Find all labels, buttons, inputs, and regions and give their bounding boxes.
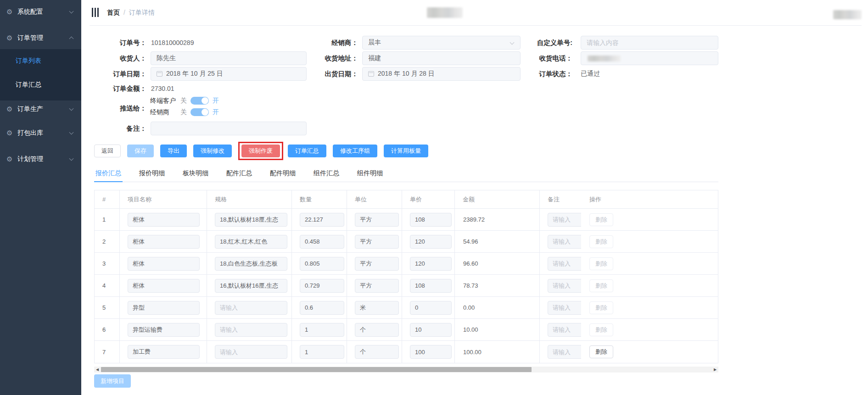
delete-button[interactable]: 删除 (589, 345, 613, 358)
unit-input[interactable] (355, 213, 399, 227)
spec-input[interactable] (215, 213, 287, 227)
item-name-input[interactable] (128, 301, 200, 315)
custom-no-label: 自定义单号: (508, 39, 572, 47)
delete-button[interactable]: 删除 (589, 235, 613, 248)
quantity-input[interactable] (300, 345, 344, 359)
item-name-input[interactable] (128, 257, 200, 271)
tab-3[interactable]: 配件汇总 (225, 165, 253, 182)
spec-input[interactable] (215, 345, 287, 359)
push-row-terminal-customer: 终端客户 关 开 (150, 95, 219, 106)
scroll-right-arrow[interactable]: ▶ (712, 367, 718, 373)
item-name-input[interactable] (128, 323, 200, 337)
custom-no-input[interactable] (581, 36, 718, 50)
dealer-toggle[interactable] (190, 108, 209, 116)
tab-1[interactable]: 报价明细 (138, 165, 166, 182)
horizontal-scrollbar[interactable]: ◀ ▶ (94, 367, 718, 373)
add-item-button[interactable]: 新增项目 (94, 374, 131, 388)
item-name-input[interactable] (128, 213, 200, 227)
cell-spec (207, 209, 292, 230)
cell-qty (292, 275, 347, 296)
cell-unit (347, 297, 402, 318)
header-cell-spec: 规格 (207, 190, 292, 208)
cell-amount: 54.96 (455, 231, 540, 252)
sidebar-item-system-config[interactable]: ⚙ 系统配置 (0, 4, 81, 20)
toolbar-button-0[interactable]: 返回 (94, 145, 121, 157)
tab-0[interactable]: 报价汇总 (94, 165, 123, 182)
toolbar-button-1[interactable]: 保存 (127, 145, 154, 157)
unit-input[interactable] (355, 235, 399, 249)
quantity-input[interactable] (300, 235, 344, 249)
cell-spec (207, 231, 292, 252)
unit-input[interactable] (355, 279, 399, 293)
unit-input[interactable] (355, 323, 399, 337)
toolbar-button-5[interactable]: 订单汇总 (288, 145, 326, 157)
cell-amount: 78.73 (455, 275, 540, 296)
hamburger-menu-icon[interactable] (92, 8, 101, 17)
delete-button[interactable]: 删除 (589, 279, 613, 292)
address-input[interactable] (362, 51, 521, 65)
item-name-input[interactable] (128, 279, 200, 293)
unit-price-input[interactable] (410, 257, 452, 271)
sidebar-item-label: 系统配置 (17, 8, 43, 16)
chevron-down-icon (69, 130, 74, 135)
cell-name (120, 231, 207, 252)
spec-input[interactable] (215, 235, 287, 249)
unit-input[interactable] (355, 301, 399, 315)
redacted-text (833, 10, 862, 19)
toolbar-button-7[interactable]: 计算用板量 (384, 145, 428, 157)
unit-input[interactable] (355, 257, 399, 271)
unit-price-input[interactable] (410, 301, 452, 315)
cell-price (402, 253, 455, 274)
phone-input[interactable] (581, 51, 718, 65)
sidebar-item-packing-outbound[interactable]: ⚙ 打包出库 (0, 125, 81, 141)
receiver-input[interactable] (151, 51, 307, 65)
item-name-input[interactable] (128, 235, 200, 249)
sidebar-item-order-production[interactable]: ⚙ 订单生产 (0, 101, 81, 117)
sidebar-subitem-order-list[interactable]: 订单列表 (0, 49, 81, 73)
delete-button[interactable]: 删除 (589, 323, 613, 336)
tab-2[interactable]: 板块明细 (181, 165, 210, 182)
quantity-input[interactable] (300, 257, 344, 271)
tab-4[interactable]: 配件明细 (269, 165, 297, 182)
unit-price-input[interactable] (410, 279, 452, 293)
unit-price-input[interactable] (410, 235, 452, 249)
quantity-input[interactable] (300, 213, 344, 227)
spec-input[interactable] (215, 323, 287, 337)
unit-price-input[interactable] (410, 323, 452, 337)
toolbar-button-6[interactable]: 修改工序组 (333, 145, 377, 157)
order-date-picker[interactable]: 2018 年 10 月 25 日 (151, 67, 307, 81)
chevron-down-icon (69, 106, 74, 111)
remark-input[interactable] (151, 122, 307, 135)
tab-5[interactable]: 组件汇总 (312, 165, 341, 182)
spec-input[interactable] (215, 257, 287, 271)
unit-input[interactable] (355, 345, 399, 359)
spec-input[interactable] (215, 301, 287, 315)
toolbar-button-4[interactable]: 强制作废 (241, 145, 280, 157)
toolbar-button-3[interactable]: 强制修改 (193, 145, 232, 157)
item-name-input[interactable] (128, 345, 200, 359)
quantity-input[interactable] (300, 279, 344, 293)
scroll-left-arrow[interactable]: ◀ (94, 367, 101, 373)
delete-button[interactable]: 删除 (589, 257, 613, 270)
sidebar-item-order-management[interactable]: ⚙ 订单管理 (0, 30, 81, 46)
delete-button[interactable]: 删除 (589, 213, 613, 226)
spec-input[interactable] (215, 279, 287, 293)
scrollbar-thumb[interactable] (101, 367, 532, 372)
sidebar-subitem-order-summary[interactable]: 订单汇总 (0, 73, 81, 97)
dealer-select[interactable]: 晨丰 (362, 36, 521, 50)
order-amount-label: 订单金额： (81, 84, 146, 93)
sidebar-item-plan-management[interactable]: ⚙ 计划管理 (0, 151, 81, 167)
header-cell-no: # (95, 190, 120, 208)
toolbar-button-2[interactable]: 导出 (160, 145, 187, 157)
unit-price-input[interactable] (410, 345, 452, 359)
ship-date-picker[interactable]: 2018 年 10 月 28 日 (362, 67, 521, 81)
breadcrumb-home[interactable]: 首页 (107, 9, 120, 17)
cell-qty (292, 297, 347, 318)
tab-6[interactable]: 组件明细 (356, 165, 384, 182)
tab-bar: 报价汇总报价明细板块明细配件汇总配件明细组件汇总组件明细 (94, 165, 718, 182)
delete-button[interactable]: 删除 (589, 301, 613, 314)
quantity-input[interactable] (300, 323, 344, 337)
terminal-customer-toggle[interactable] (190, 97, 209, 105)
unit-price-input[interactable] (410, 213, 452, 227)
quantity-input[interactable] (300, 301, 344, 315)
